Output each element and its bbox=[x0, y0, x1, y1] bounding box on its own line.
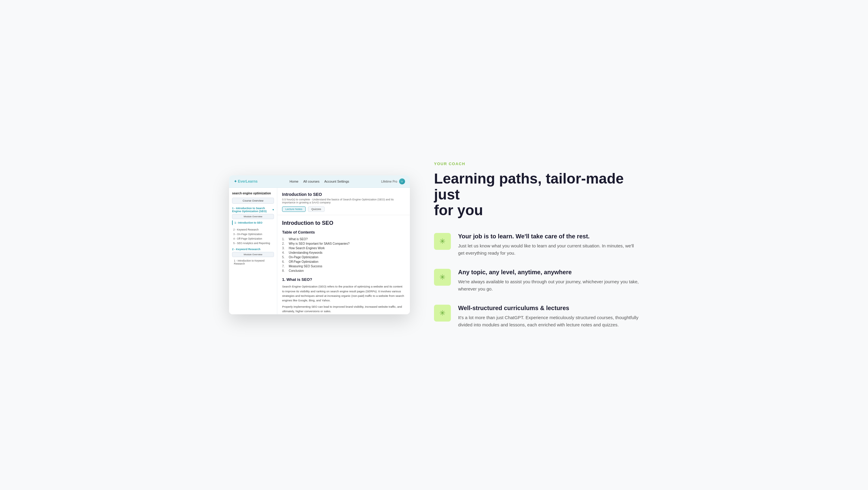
feature-icon-1: ✳ bbox=[434, 233, 451, 250]
lesson-item-intro-seo[interactable]: 1 - Introduction to SEO bbox=[232, 220, 274, 225]
module-section-1: 1 - Introduction to Search Engine Optimi… bbox=[232, 207, 274, 225]
module-2-overview-button[interactable]: Module Overview bbox=[232, 252, 274, 257]
feature-desc-1: Just let us know what you would like to … bbox=[458, 242, 639, 257]
nav-all-courses[interactable]: All courses bbox=[303, 180, 319, 183]
coach-heading: Learning paths, tailor-made just for you bbox=[434, 171, 639, 218]
tab-quizzes[interactable]: Quizzes bbox=[308, 207, 324, 212]
feature-icon-2: ✳ bbox=[434, 269, 451, 286]
module-2-title[interactable]: 2 - Keyword Research bbox=[232, 248, 274, 251]
lesson-content: Introduction to SEO Table of Contents 1.… bbox=[277, 215, 410, 314]
your-coach-label: YOUR COACH bbox=[434, 161, 639, 166]
nav-account[interactable]: Account Settings bbox=[324, 180, 349, 183]
feature-item-2: ✳ Any topic, any level, anytime, anywher… bbox=[434, 269, 639, 293]
feature-icon-3: ✳ bbox=[434, 305, 451, 321]
feature-item-1: ✳ Your job is to learn. We'll take care … bbox=[434, 233, 639, 257]
toc-item-6: 6.Off-Page Optimization bbox=[282, 259, 405, 264]
course-title: Introduction to SEO bbox=[282, 192, 405, 197]
sidebar-module-2: 2 - Keyword Research bbox=[232, 227, 274, 232]
feature-desc-3: It's a lot more than just ChatGPT. Exper… bbox=[458, 314, 639, 329]
module-1-overview-button[interactable]: Module Overview bbox=[232, 214, 274, 219]
browser-bar: ✦ EverLearns Home All courses Account Se… bbox=[229, 175, 410, 188]
course-header: Introduction to SEO 0.5 hour(s) to compl… bbox=[277, 188, 410, 215]
nav-home[interactable]: Home bbox=[290, 180, 299, 183]
section-para-2: Properly implementing SEO can lead to im… bbox=[282, 304, 405, 313]
sidebar: search engine optimization Course Overvi… bbox=[229, 188, 277, 314]
toc-title: Table of Contents bbox=[282, 230, 405, 235]
brand-logo: ✦ EverLearns bbox=[234, 179, 258, 184]
module-section-2: 2 - Keyword Research Module Overview 1 -… bbox=[232, 248, 274, 266]
lesson-item-keyword-intro[interactable]: 1 - Introduction to Keyword Research bbox=[232, 258, 274, 266]
course-meta: 0.5 hour(s) to complete · Understand the… bbox=[282, 198, 405, 204]
feature-desc-2: We're always available to assist you thr… bbox=[458, 278, 639, 293]
section-para-1: Search Engine Optimization (SEO) refers … bbox=[282, 284, 405, 303]
user-avatar[interactable]: U bbox=[399, 178, 405, 184]
table-of-contents: 1.What is SEO? 2.Why is SEO Important fo… bbox=[282, 237, 405, 273]
feature-title-1: Your job is to learn. We'll take care of… bbox=[458, 233, 639, 240]
toc-item-7: 7.Measuring SEO Success bbox=[282, 264, 405, 269]
coach-section: YOUR COACH Learning paths, tailor-made j… bbox=[434, 155, 639, 335]
feature-list: ✳ Your job is to learn. We'll take care … bbox=[434, 233, 639, 329]
page-wrapper: ✦ EverLearns Home All courses Account Se… bbox=[217, 137, 651, 353]
sidebar-course-title: search engine optimization bbox=[232, 191, 274, 195]
module-1-title[interactable]: 1 - Introduction to Search Engine Optimi… bbox=[232, 207, 274, 213]
app-body: search engine optimization Course Overvi… bbox=[229, 188, 410, 314]
toc-item-5: 5.On-Page Optimization bbox=[282, 255, 405, 259]
toc-item-2: 2.Why is SEO Important for SAAS Companie… bbox=[282, 241, 405, 246]
sidebar-module-3: 3 - On-Page Optimization bbox=[232, 232, 274, 236]
toc-item-8: 8.Conclusion bbox=[282, 269, 405, 273]
section-heading: 1. What is SEO? bbox=[282, 277, 405, 282]
feature-text-3: Well-structured curriculums & lectures I… bbox=[458, 305, 639, 329]
toc-item-4: 4.Understanding Keywords bbox=[282, 250, 405, 255]
feature-text-2: Any topic, any level, anytime, anywhere … bbox=[458, 269, 639, 293]
course-overview-button[interactable]: Course Overview bbox=[232, 198, 274, 204]
sidebar-all-modules: 2 - Keyword Research 3 - On-Page Optimiz… bbox=[232, 227, 274, 245]
toc-item-1: 1.What is SEO? bbox=[282, 237, 405, 241]
lesson-heading: Introduction to SEO bbox=[282, 220, 405, 226]
tab-lecture-notes[interactable]: Lecture Notes bbox=[282, 207, 306, 212]
feature-title-3: Well-structured curriculums & lectures bbox=[458, 305, 639, 312]
sidebar-module-4: 4 - Off-Page Optimization bbox=[232, 237, 274, 241]
sidebar-module-5: 5 - SEO Analytics and Reporting bbox=[232, 241, 274, 245]
feature-text-1: Your job is to learn. We'll take care of… bbox=[458, 233, 639, 257]
browser-mockup: ✦ EverLearns Home All courses Account Se… bbox=[229, 175, 410, 314]
main-content: Introduction to SEO 0.5 hour(s) to compl… bbox=[277, 188, 410, 314]
feature-item-3: ✳ Well-structured curriculums & lectures… bbox=[434, 305, 639, 329]
toc-item-3: 3.How Search Engines Work bbox=[282, 246, 405, 250]
feature-title-2: Any topic, any level, anytime, anywhere bbox=[458, 269, 639, 276]
nav-bar: Home All courses Account Settings bbox=[290, 180, 349, 183]
lifetime-badge: Lifetime Pro U bbox=[381, 178, 405, 184]
tabs-row: Lecture Notes Quizzes bbox=[282, 207, 405, 212]
